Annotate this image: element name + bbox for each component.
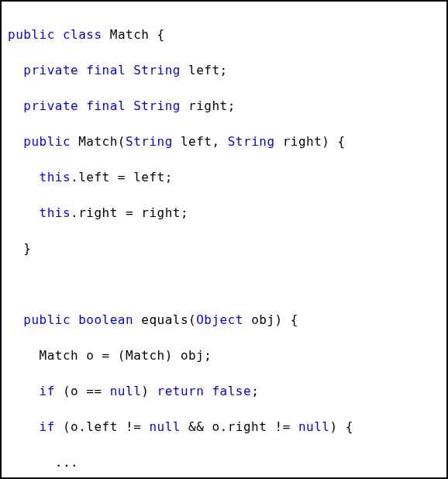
type-string: String <box>126 134 173 149</box>
text <box>204 384 212 398</box>
text: ; <box>251 384 259 398</box>
type-string: String <box>133 63 181 78</box>
code-line: private final String left; <box>8 61 439 79</box>
keyword-boolean: boolean <box>78 312 133 327</box>
keyword-public: public <box>23 134 71 149</box>
code-line: this.right = right; <box>8 204 439 222</box>
text: ) <box>141 384 157 398</box>
text: (o == <box>55 384 110 398</box>
text: obj) { <box>243 312 298 327</box>
text: right) { <box>275 134 346 149</box>
keyword-null: null <box>149 419 181 434</box>
code-line: } <box>8 239 439 257</box>
code-line: ... <box>8 453 439 471</box>
text: ) { <box>329 419 353 434</box>
keyword-null: null <box>298 419 330 434</box>
keyword-if: if <box>40 419 55 434</box>
keyword-return: return <box>157 384 205 398</box>
blank-line <box>8 275 439 293</box>
type-string: String <box>228 134 275 149</box>
text: && o.right != <box>181 419 298 434</box>
text: equals( <box>133 312 196 327</box>
text: Match( <box>71 134 126 149</box>
keyword-if: if <box>40 384 55 398</box>
keyword-this: this <box>40 205 71 220</box>
code-line: Match o = (Match) obj; <box>8 346 439 364</box>
keyword-final: final <box>86 98 126 113</box>
type-object: Object <box>196 312 243 327</box>
code-line: this.left = left; <box>8 168 439 186</box>
code-line: public Match(String left, String right) … <box>8 133 439 150</box>
type-string: String <box>133 98 181 113</box>
keyword-private: private <box>23 98 78 113</box>
code-snippet-frame: public class Match { private final Strin… <box>0 0 448 479</box>
keyword-public: public <box>8 27 55 42</box>
text: } <box>8 241 31 256</box>
code-line: if (o.left != null && o.right != null) { <box>8 418 439 436</box>
text: right; <box>181 98 236 113</box>
keyword-false: false <box>212 384 251 398</box>
text: .right = right; <box>71 205 188 220</box>
keyword-class: class <box>63 27 102 42</box>
text: .left = left; <box>71 170 173 184</box>
keyword-public: public <box>23 312 71 327</box>
keyword-final: final <box>86 63 126 78</box>
text: (o.left != <box>55 419 150 434</box>
keyword-this: this <box>40 170 71 184</box>
code-line: private final String right; <box>8 97 439 115</box>
text: ... <box>8 455 78 470</box>
keyword-null: null <box>110 384 142 398</box>
code-line: if (o == null) return false; <box>8 382 439 400</box>
keyword-private: private <box>23 63 78 78</box>
text: left, <box>173 134 228 149</box>
text: left; <box>181 63 228 78</box>
code-line: public class Match { <box>8 26 439 43</box>
text: Match { <box>102 27 165 42</box>
code-line: public boolean equals(Object obj) { <box>8 311 439 329</box>
text: Match o = (Match) obj; <box>8 348 212 363</box>
